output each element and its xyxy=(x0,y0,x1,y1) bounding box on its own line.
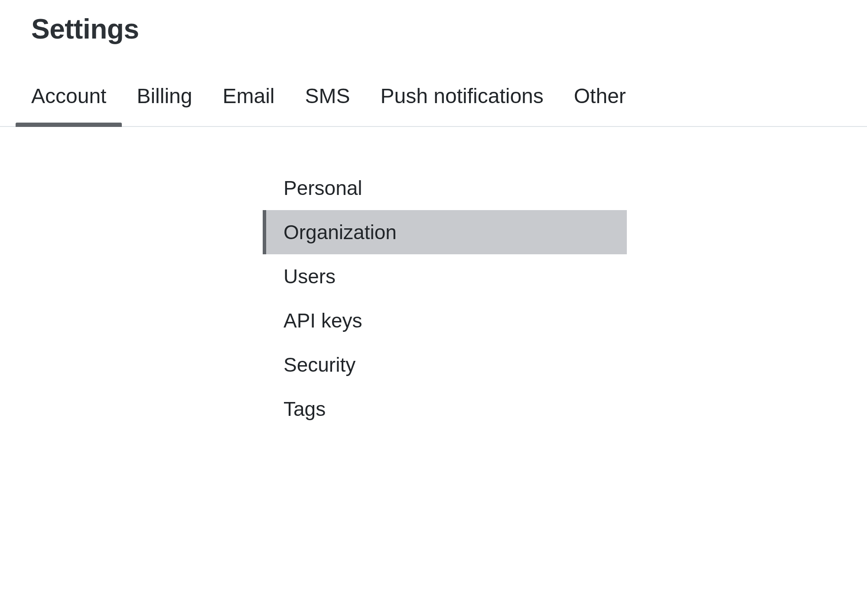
sidenav-item-security[interactable]: Security xyxy=(263,343,627,387)
sidenav-item-personal[interactable]: Personal xyxy=(263,166,627,210)
tabs-nav: Account Billing Email SMS Push notificat… xyxy=(0,45,867,127)
tab-account[interactable]: Account xyxy=(31,84,106,126)
sidenav: Personal Organization Users API keys Sec… xyxy=(263,166,627,431)
tab-other[interactable]: Other xyxy=(574,84,626,126)
sidenav-item-users[interactable]: Users xyxy=(263,254,627,298)
tab-sms[interactable]: SMS xyxy=(305,84,350,126)
sidenav-item-tags[interactable]: Tags xyxy=(263,387,627,431)
tab-push-notifications[interactable]: Push notifications xyxy=(381,84,544,126)
content-area: Personal Organization Users API keys Sec… xyxy=(0,127,867,431)
page-title: Settings xyxy=(0,0,867,45)
tab-email[interactable]: Email xyxy=(223,84,275,126)
sidenav-item-organization[interactable]: Organization xyxy=(263,210,627,254)
sidenav-item-api-keys[interactable]: API keys xyxy=(263,298,627,343)
tab-billing[interactable]: Billing xyxy=(137,84,192,126)
